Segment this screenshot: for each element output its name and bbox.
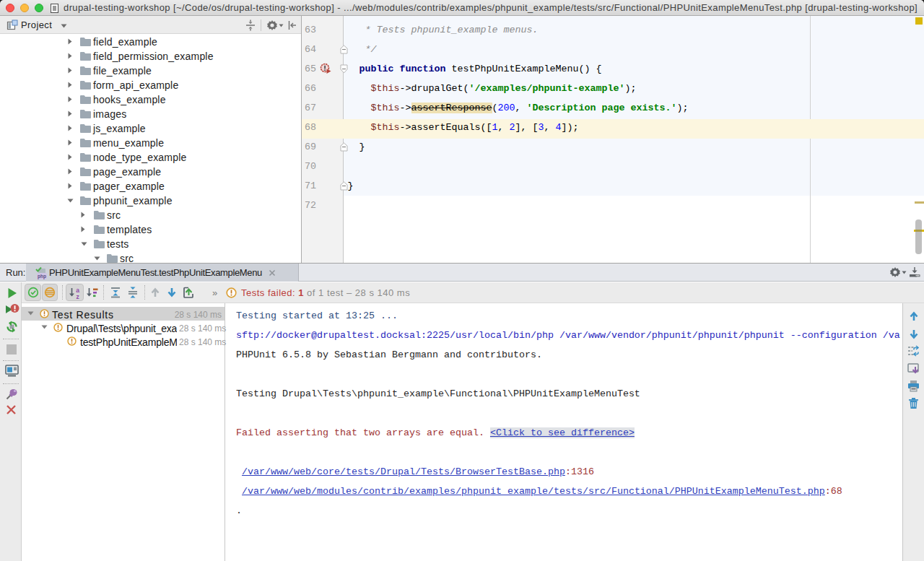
- svg-text:php: php: [38, 274, 46, 279]
- svg-text:z: z: [76, 293, 79, 300]
